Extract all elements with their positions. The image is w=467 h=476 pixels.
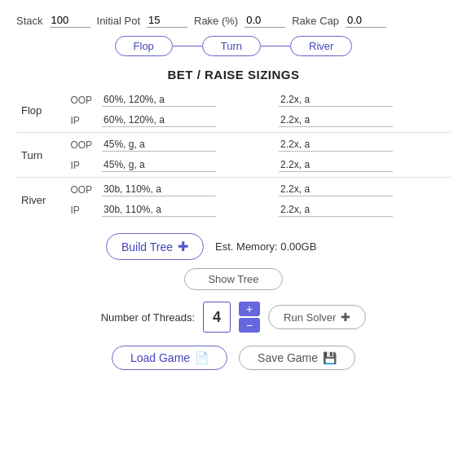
table-row: Turn OOP — [16, 134, 451, 155]
table-row: IP — [16, 200, 451, 220]
tab-connector-2 — [261, 46, 290, 46]
turn-oop-raise-input[interactable] — [279, 138, 393, 152]
rake-label: Rake (%) — [194, 15, 238, 27]
stack-input[interactable] — [50, 13, 90, 28]
turn-ip-raise-input[interactable] — [279, 158, 393, 172]
turn-ip-bet-input[interactable] — [102, 158, 216, 172]
tab-connector-1 — [173, 46, 202, 46]
table-row: IP — [16, 155, 451, 175]
rake-cap-input[interactable] — [346, 13, 386, 28]
rake-cap-label: Rake Cap — [292, 15, 339, 27]
turn-oop-bet-input[interactable] — [102, 138, 216, 152]
thread-decrement-button[interactable]: − — [239, 318, 260, 333]
run-solver-button[interactable]: Run Solver ✚ — [268, 305, 366, 329]
show-tree-row: Show Tree — [16, 268, 451, 290]
bet-raise-table: Flop OOP IP Turn OOP IP River OOP — [16, 90, 451, 220]
run-solver-label: Run Solver — [284, 311, 336, 324]
threads-row: Number of Threads: 4 + − Run Solver ✚ — [16, 302, 451, 333]
river-oop-label: OOP — [65, 179, 97, 200]
flop-oop-raise-input[interactable] — [279, 93, 393, 107]
thread-stepper: + − — [239, 302, 260, 333]
tab-river[interactable]: River — [290, 36, 352, 56]
tab-flop[interactable]: Flop — [115, 36, 173, 56]
river-ip-bet-input[interactable] — [102, 203, 216, 217]
save-game-icon: 💾 — [323, 351, 337, 364]
build-tree-button[interactable]: Build Tree ✚ — [106, 233, 204, 260]
est-memory-label: Est. Memory: 0.00GB — [215, 240, 316, 253]
river-oop-raise-input[interactable] — [279, 183, 393, 196]
load-game-label: Load Game — [130, 351, 190, 364]
flop-label: Flop — [16, 90, 65, 130]
save-game-label: Save Game — [258, 351, 318, 364]
build-row: Build Tree ✚ Est. Memory: 0.00GB — [16, 233, 451, 260]
load-game-button[interactable]: Load Game 📄 — [112, 346, 227, 370]
build-tree-label: Build Tree — [121, 240, 173, 253]
flop-oop-label: OOP — [65, 90, 97, 110]
threads-label: Number of Threads: — [101, 311, 195, 324]
rake-input[interactable] — [245, 13, 285, 28]
river-label: River — [16, 179, 65, 220]
show-tree-button[interactable]: Show Tree — [184, 268, 282, 290]
river-ip-raise-input[interactable] — [279, 203, 393, 217]
initial-pot-input[interactable] — [147, 13, 187, 28]
run-solver-icon: ✚ — [341, 311, 350, 324]
flop-oop-bet-input[interactable] — [102, 93, 216, 107]
flop-ip-bet-input[interactable] — [102, 113, 216, 127]
build-tree-icon: ✚ — [178, 239, 188, 254]
flop-ip-label: IP — [65, 110, 97, 130]
turn-oop-label: OOP — [65, 134, 97, 155]
tab-turn[interactable]: Turn — [202, 36, 261, 56]
river-ip-label: IP — [65, 200, 97, 220]
table-row: Flop OOP — [16, 90, 451, 110]
table-row: IP — [16, 110, 451, 130]
street-tabs: Flop Turn River — [16, 36, 451, 56]
stack-label: Stack — [16, 15, 43, 27]
section-title: BET / RAISE SIZINGS — [16, 68, 451, 82]
turn-label: Turn — [16, 134, 65, 175]
turn-ip-label: IP — [65, 155, 97, 175]
flop-ip-raise-input[interactable] — [279, 113, 393, 127]
table-row: River OOP — [16, 179, 451, 200]
river-oop-bet-input[interactable] — [102, 183, 216, 196]
save-game-button[interactable]: Save Game 💾 — [239, 346, 355, 370]
bottom-buttons: Load Game 📄 Save Game 💾 — [16, 346, 451, 370]
thread-count-display: 4 — [203, 302, 231, 333]
load-game-icon: 📄 — [195, 351, 209, 364]
initial-pot-label: Initial Pot — [97, 15, 140, 27]
thread-increment-button[interactable]: + — [239, 302, 260, 316]
settings-row: Stack Initial Pot Rake (%) Rake Cap — [16, 13, 451, 28]
